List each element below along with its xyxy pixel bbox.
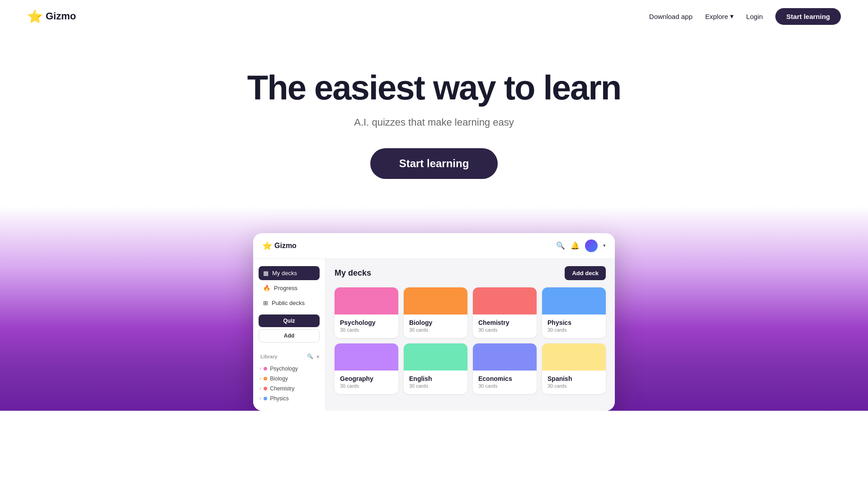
library-section-header: Library 🔍 + — [259, 353, 320, 360]
search-icon[interactable]: 🔍 — [556, 241, 565, 250]
hero-heading: The easiest way to learn — [9, 69, 859, 107]
deck-count: 30 cards — [547, 327, 600, 333]
star-icon: ⭐ — [27, 9, 43, 24]
hero-start-learning-button[interactable]: Start learning — [370, 148, 498, 179]
deck-info: English 30 cards — [404, 371, 467, 394]
deck-count: 30 cards — [478, 383, 531, 389]
psychology-dot — [264, 367, 267, 371]
deck-name: Spanish — [547, 375, 600, 382]
deck-color-bar — [473, 287, 537, 314]
arrow-icon: › — [259, 376, 261, 381]
deck-color-bar — [542, 287, 606, 314]
app-body: ▦ My decks 🔥 Progress ⊞ Public decks Qui… — [253, 259, 615, 411]
arrow-icon: › — [259, 366, 261, 371]
nav-explore[interactable]: Explore ▾ — [705, 12, 734, 20]
deck-name: English — [409, 375, 462, 382]
library-item-psychology[interactable]: › Psychology — [259, 364, 320, 374]
add-deck-button[interactable]: Add deck — [565, 266, 606, 280]
app-star-icon: ⭐ — [262, 241, 272, 251]
sidebar-public-decks-label: Public decks — [272, 300, 305, 306]
app-mockup: ⭐ Gizmo 🔍 🔔 ▾ ▦ My decks 🔥 Progress — [253, 233, 615, 411]
deck-grid: Psychology 30 cards Biology 30 cards Che… — [335, 287, 606, 394]
deck-count: 30 cards — [478, 327, 531, 333]
app-logo-text: Gizmo — [274, 242, 297, 250]
app-preview-wrapper: ⭐ Gizmo 🔍 🔔 ▾ ▦ My decks 🔥 Progress — [0, 206, 868, 411]
public-decks-icon: ⊞ — [263, 300, 268, 306]
nav-right: Download app Explore ▾ Login Start learn… — [649, 8, 841, 25]
deck-color-bar — [404, 343, 467, 371]
nav-logo[interactable]: ⭐ Gizmo — [27, 9, 76, 24]
deck-info: Biology 30 cards — [404, 314, 467, 338]
deck-card[interactable]: Psychology 30 cards — [335, 287, 398, 338]
deck-card[interactable]: Chemistry 30 cards — [473, 287, 537, 338]
deck-name: Chemistry — [478, 319, 531, 326]
deck-count: 30 cards — [547, 383, 600, 389]
app-main-header: My decks Add deck — [335, 266, 606, 280]
chevron-down-icon: ▾ — [730, 12, 734, 20]
deck-info: Physics 30 cards — [542, 314, 606, 338]
library-item-chemistry[interactable]: › Chemistry — [259, 384, 320, 394]
navbar: ⭐ Gizmo Download app Explore ▾ Login Sta… — [0, 0, 868, 33]
sidebar-item-my-decks[interactable]: ▦ My decks — [259, 266, 320, 280]
library-physics-label: Physics — [270, 395, 288, 402]
add-library-icon[interactable]: + — [316, 353, 320, 360]
bell-icon[interactable]: 🔔 — [571, 241, 580, 250]
progress-icon: 🔥 — [263, 285, 270, 291]
library-icons: 🔍 + — [307, 353, 320, 360]
deck-info: Economics 30 cards — [473, 371, 537, 394]
deck-info: Chemistry 30 cards — [473, 314, 537, 338]
deck-count: 30 cards — [409, 327, 462, 333]
deck-name: Biology — [409, 319, 462, 326]
app-logo: ⭐ Gizmo — [262, 241, 297, 251]
deck-count: 30 cards — [409, 383, 462, 389]
deck-name: Physics — [547, 319, 600, 326]
deck-card[interactable]: Geography 30 cards — [335, 343, 398, 394]
deck-card[interactable]: Biology 30 cards — [404, 287, 467, 338]
deck-card[interactable]: English 30 cards — [404, 343, 467, 394]
arrow-icon: › — [259, 386, 261, 391]
nav-logo-text: Gizmo — [46, 10, 76, 22]
chemistry-dot — [264, 387, 267, 390]
deck-color-bar — [404, 287, 467, 314]
deck-color-bar — [335, 287, 398, 314]
deck-count: 30 cards — [340, 383, 393, 389]
sidebar-quiz-button[interactable]: Quiz — [259, 314, 320, 327]
deck-card[interactable]: Economics 30 cards — [473, 343, 537, 394]
library-item-biology[interactable]: › Biology — [259, 374, 320, 384]
hero-section: The easiest way to learn A.I. quizzes th… — [0, 33, 868, 206]
deck-card[interactable]: Spanish 30 cards — [542, 343, 606, 394]
biology-dot — [264, 377, 267, 380]
sidebar-my-decks-label: My decks — [272, 270, 297, 277]
deck-color-bar — [473, 343, 537, 371]
deck-color-bar — [542, 343, 606, 371]
app-topbar: ⭐ Gizmo 🔍 🔔 ▾ — [253, 233, 615, 259]
sidebar-add-button[interactable]: Add — [259, 329, 320, 343]
deck-color-bar — [335, 343, 398, 371]
nav-explore-label: Explore — [705, 13, 728, 20]
library-item-physics[interactable]: › Physics — [259, 394, 320, 404]
chevron-down-icon: ▾ — [603, 243, 606, 249]
physics-dot — [264, 397, 267, 400]
sidebar-item-progress[interactable]: 🔥 Progress — [259, 281, 320, 295]
search-icon[interactable]: 🔍 — [307, 353, 313, 360]
avatar[interactable] — [585, 239, 598, 252]
deck-name: Economics — [478, 375, 531, 382]
nav-start-learning-button[interactable]: Start learning — [775, 8, 841, 25]
nav-download-app[interactable]: Download app — [649, 13, 693, 20]
library-psychology-label: Psychology — [270, 366, 297, 372]
sidebar-item-public-decks[interactable]: ⊞ Public decks — [259, 296, 320, 310]
app-main-title: My decks — [335, 268, 371, 278]
deck-name: Psychology — [340, 319, 393, 326]
deck-card[interactable]: Physics 30 cards — [542, 287, 606, 338]
app-main: My decks Add deck Psychology 30 cards Bi… — [326, 259, 615, 411]
deck-info: Spanish 30 cards — [542, 371, 606, 394]
arrow-icon: › — [259, 396, 261, 401]
my-decks-icon: ▦ — [263, 270, 269, 277]
deck-info: Psychology 30 cards — [335, 314, 398, 338]
library-biology-label: Biology — [270, 375, 288, 382]
library-chemistry-label: Chemistry — [270, 385, 294, 392]
app-sidebar: ▦ My decks 🔥 Progress ⊞ Public decks Qui… — [253, 259, 326, 411]
app-topbar-icons: 🔍 🔔 ▾ — [556, 239, 606, 252]
nav-login[interactable]: Login — [746, 13, 763, 20]
hero-subheading: A.I. quizzes that make learning easy — [9, 117, 859, 128]
